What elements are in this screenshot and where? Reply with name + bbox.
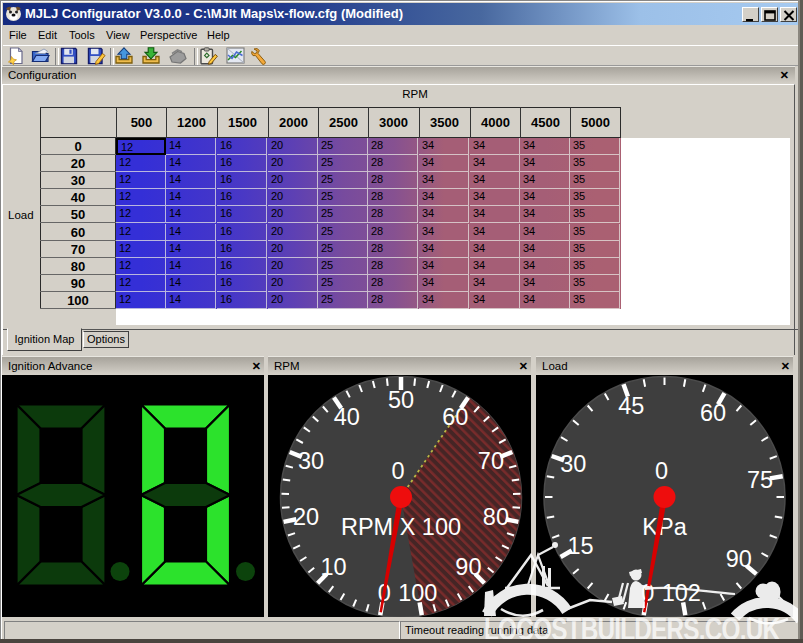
svg-text:45: 45	[618, 393, 644, 419]
svg-text:75: 75	[747, 467, 773, 493]
svg-text:20: 20	[293, 504, 319, 530]
svg-text:60: 60	[700, 400, 726, 426]
svg-text:0: 0	[655, 458, 668, 484]
svg-text:RPM X 100: RPM X 100	[341, 514, 461, 540]
svg-text:10: 10	[321, 554, 347, 580]
svg-text:50: 50	[388, 387, 414, 413]
svg-text:100: 100	[398, 580, 437, 606]
svg-text:30: 30	[560, 451, 586, 477]
svg-text:60: 60	[442, 404, 468, 430]
svg-text:80: 80	[483, 504, 509, 530]
svg-text:30: 30	[298, 448, 324, 474]
svg-text:70: 70	[478, 448, 504, 474]
svg-text:0: 0	[391, 458, 404, 484]
svg-text:40: 40	[334, 404, 360, 430]
